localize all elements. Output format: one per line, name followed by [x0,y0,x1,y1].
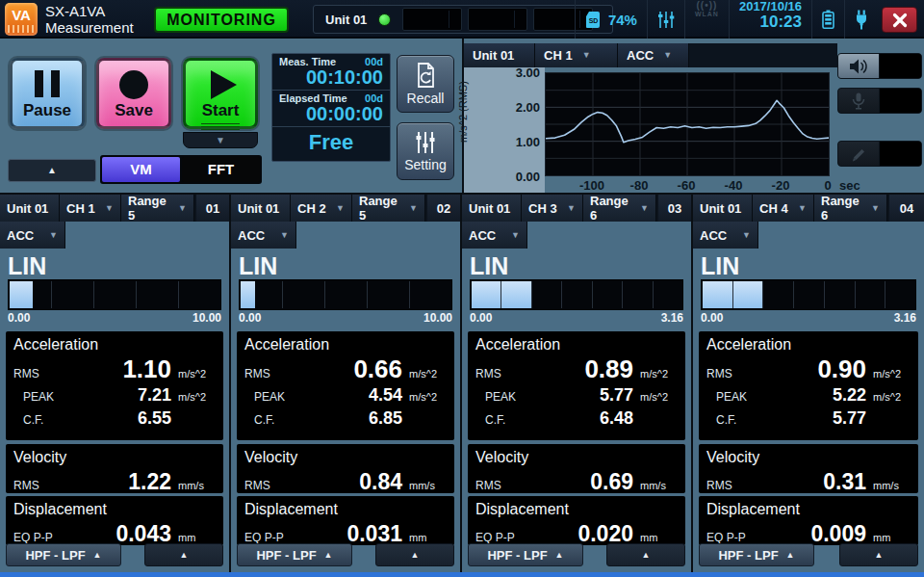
acceleration-box: Acceleration RMS 0.66 m/s^2 PEAK 4.54 m/… [237,331,454,440]
channel-select-dropdown[interactable]: CH 2 ▼ [291,195,352,222]
meter-segment-divider [732,281,733,308]
channel-header: Unit 01 CH 2 ▼ Range 5 ▼ 02 [231,195,460,222]
date-text: 2017/10/16 [739,0,802,13]
level-bar-fill [10,281,33,308]
app-window: VA SX-A1VA Measurement MONITORING Unit 0… [0,0,924,577]
microphone-button[interactable] [838,89,879,113]
elapsed-time-value: 00:00:00 [279,104,383,123]
meter-segment-divider [367,281,368,308]
channel-quantity-dropdown[interactable]: ACC ▼ [462,222,527,249]
datetime-display: 2017/10/16 10:23 [729,0,811,39]
expand-panel-button[interactable]: ▲ [839,543,918,566]
meter-segment-divider [793,281,794,308]
channel-quantity-dropdown[interactable]: ACC ▼ [231,222,296,249]
record-circle-icon [119,70,148,99]
acceleration-box: Acceleration RMS 1.10 m/s^2 PEAK 7.21 m/… [6,331,223,440]
setting-button[interactable]: Setting [397,122,454,180]
pause-button[interactable]: Pause [10,58,85,129]
expand-panel-button[interactable]: ▲ [375,543,454,566]
hpf-lpf-button[interactable]: HPF - LPF ▲ [237,543,352,566]
chart-unit-cell[interactable]: Unit 01 [464,43,535,67]
hpf-lpf-button[interactable]: HPF - LPF ▲ [699,543,814,566]
crest-factor-label: C.F. [244,413,304,427]
channel-unit-cell[interactable]: Unit 01 [231,195,291,222]
channel-panel: Unit 01 CH 1 ▼ Range 5 ▼ 01 ACC ▼ LIN 0.… [0,195,231,572]
chart-channel-dropdown[interactable]: CH 1 ▼ [535,43,618,67]
acceleration-unit: m/s^2 [866,391,911,403]
memo-display [879,142,921,166]
speaker-button[interactable] [838,54,879,78]
velocity-title: Velocity [13,447,216,467]
scale-type-label: LIN [693,249,924,279]
recall-button[interactable]: Recall [397,55,454,113]
channel-label: CH 2 [297,201,326,216]
channel-range-dropdown[interactable]: Range 5 ▼ [121,195,194,222]
channel-range-dropdown[interactable]: Range 6 ▼ [583,195,656,222]
chevron-down-icon: ▼ [336,203,345,213]
channel-unit-cell[interactable]: Unit 01 [0,195,60,222]
displacement-title: Displacement [13,499,216,519]
channel-range-dropdown[interactable]: Range 6 ▼ [814,195,887,222]
channel-unit-cell[interactable]: Unit 01 [693,195,753,222]
channel-subheader: ACC ▼ [231,222,460,249]
channel-range-dropdown[interactable]: Range 5 ▼ [352,195,425,222]
expand-panel-button[interactable]: ▲ [144,543,223,566]
acceleration-rms-value: 1.10 [73,354,171,383]
meter-segment-divider [653,281,654,308]
chevron-down-icon: ▼ [409,203,418,213]
velocity-title: Velocity [244,447,447,467]
channel-quantity-label: ACC [238,228,265,243]
rms-label: RMS [13,479,73,492]
channel-select-dropdown[interactable]: CH 4 ▼ [753,195,814,222]
channel-number-badge: 03 [658,195,691,222]
hpf-lpf-button[interactable]: HPF - LPF ▲ [6,543,121,566]
chevron-down-icon: ▼ [663,43,672,67]
save-button[interactable]: Save [96,58,171,129]
acceleration-peak-value: 4.54 [304,383,402,407]
collapse-panel-button[interactable]: ▲ [8,159,96,182]
meter-segment-divider [282,281,283,308]
hpf-lpf-button[interactable]: HPF - LPF ▲ [468,543,583,566]
meter-segment-divider [592,281,593,308]
recall-file-icon [414,63,437,88]
tab-fft[interactable]: FFT [182,157,260,182]
meas-time-value: 00:10:00 [279,67,383,87]
channel-select-dropdown[interactable]: CH 3 ▼ [522,195,583,222]
hpf-lpf-label: HPF - LPF [487,548,547,563]
unit-status-display-segment [468,8,527,31]
chevron-down-icon: ▼ [798,203,807,213]
speaker-level-display [879,54,921,78]
mixer-sliders-icon [657,11,675,29]
start-options-drawer[interactable]: ▼ [183,132,258,148]
pen-button[interactable] [838,142,879,166]
meter-segment-divider [324,281,325,308]
displacement-unit: mm [866,532,911,543]
mixer-status [647,0,684,39]
hpf-lpf-label: HPF - LPF [256,548,316,563]
channel-select-dropdown[interactable]: CH 1 ▼ [60,195,121,222]
tab-vm[interactable]: VM [102,157,180,182]
expand-panel-button[interactable]: ▲ [606,543,685,566]
start-button[interactable]: Start [183,58,258,129]
rms-label: RMS [13,367,73,380]
acceleration-unit: m/s^2 [171,391,216,403]
top-bar: VA SX-A1VA Measurement MONITORING Unit 0… [0,0,924,39]
level-bar-fill [241,281,255,308]
crest-factor-label: C.F. [13,413,73,427]
sd-card-icon: SD [585,11,602,29]
chevron-down-icon: ▼ [49,230,58,240]
channel-quantity-dropdown[interactable]: ACC ▼ [0,222,65,249]
logo-text: VA [12,7,31,23]
hpf-lpf-label: HPF - LPF [718,548,778,563]
close-button[interactable] [882,7,917,33]
channel-unit-cell[interactable]: Unit 01 [462,195,522,222]
unit-connected-indicator-icon [378,13,391,26]
channel-quantity-dropdown[interactable]: ACC ▼ [693,222,758,249]
meter-segment-divider [622,281,623,308]
chevron-down-icon: ▼ [511,230,520,240]
crest-factor-label: C.F. [706,413,766,427]
channel-range-label: Range 5 [359,194,401,223]
chart-type-dropdown[interactable]: ACC ▼ [618,43,689,67]
velocity-rms-value: 1.22 [73,467,171,496]
displacement-box: Displacement EQ P-P 0.020 mm [468,496,685,545]
